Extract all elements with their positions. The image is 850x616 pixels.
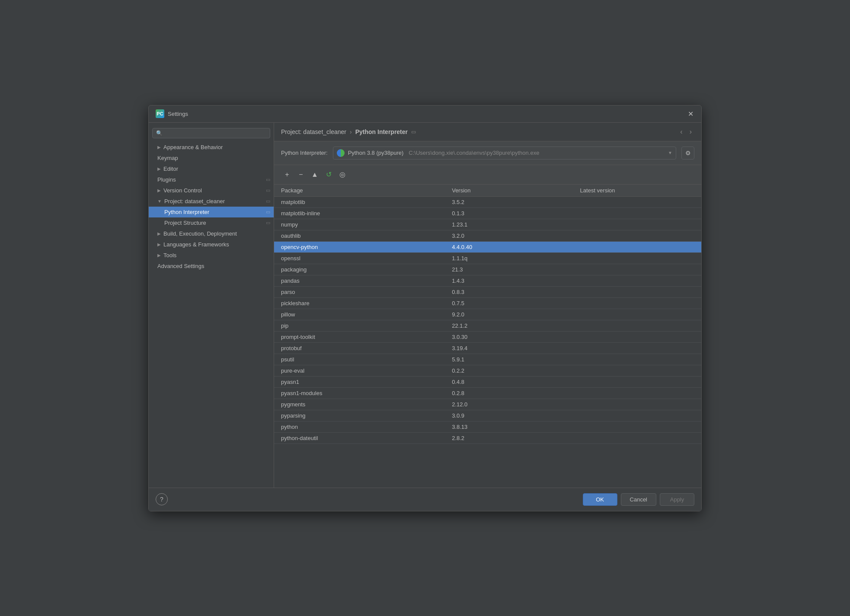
- sidebar-item-label: Project Structure: [164, 220, 206, 226]
- dialog-title: Settings: [168, 111, 188, 117]
- table-row[interactable]: packaging21.3: [274, 264, 701, 275]
- package-version: 0.1.3: [445, 207, 573, 219]
- help-button[interactable]: ?: [156, 493, 168, 505]
- cancel-button[interactable]: Cancel: [621, 493, 656, 506]
- add-package-button[interactable]: +: [281, 169, 293, 181]
- package-name: pyasn1: [274, 376, 445, 387]
- table-row[interactable]: python3.8.13: [274, 421, 701, 432]
- sidebar: ▶ Appearance & Behavior Keymap ▶ Editor …: [149, 123, 274, 488]
- up-button[interactable]: ▲: [309, 169, 321, 181]
- table-row[interactable]: numpy1.23.1: [274, 219, 701, 230]
- nav-back-button[interactable]: ‹: [677, 127, 685, 137]
- table-row[interactable]: pyasn1-modules0.2.8: [274, 387, 701, 399]
- remove-package-button[interactable]: −: [295, 169, 307, 181]
- table-row[interactable]: pyparsing3.0.9: [274, 410, 701, 421]
- sidebar-item-languages[interactable]: ▶ Languages & Frameworks: [149, 239, 274, 250]
- nav-forward-button[interactable]: ›: [687, 127, 694, 137]
- search-input[interactable]: [152, 128, 270, 138]
- footer-right: OK Cancel Apply: [583, 493, 694, 506]
- table-row[interactable]: pure-eval0.2.2: [274, 365, 701, 376]
- page-icon: ▭: [266, 188, 270, 193]
- table-row[interactable]: pyasn10.4.8: [274, 376, 701, 387]
- settings-dialog: PC Settings ✕ ▶ Appearance & Behavior Ke…: [148, 105, 702, 511]
- package-name: pure-eval: [274, 365, 445, 376]
- interpreter-label: Python Interpreter:: [281, 150, 328, 156]
- package-version: 0.2.8: [445, 387, 573, 399]
- table-row[interactable]: opencv-python4.4.0.40: [274, 241, 701, 252]
- package-latest-version: [573, 320, 701, 331]
- table-row[interactable]: oauthlib3.2.0: [274, 230, 701, 241]
- sidebar-item-label: Languages & Frameworks: [163, 241, 229, 248]
- package-latest-version: [573, 331, 701, 342]
- sidebar-item-label: Editor: [163, 166, 178, 172]
- apply-button[interactable]: Apply: [660, 493, 694, 506]
- package-latest-version: [573, 387, 701, 399]
- packages-table: Package Version Latest version matplotli…: [274, 185, 701, 444]
- package-name: python: [274, 421, 445, 432]
- table-row[interactable]: psutil5.9.1: [274, 354, 701, 365]
- package-version: 3.0.30: [445, 331, 573, 342]
- footer-left: ?: [156, 493, 168, 505]
- package-name: protobuf: [274, 342, 445, 354]
- sidebar-item-project-structure[interactable]: Project Structure ▭: [149, 217, 274, 228]
- sidebar-item-keymap[interactable]: Keymap: [149, 153, 274, 163]
- content-area: ▶ Appearance & Behavior Keymap ▶ Editor …: [149, 123, 701, 488]
- sidebar-item-version-control[interactable]: ▶ Version Control ▭: [149, 185, 274, 196]
- col-header-latest[interactable]: Latest version: [573, 185, 701, 197]
- refresh-button[interactable]: ↺: [323, 169, 335, 181]
- table-row[interactable]: pillow9.2.0: [274, 309, 701, 320]
- breadcrumb-separator: ›: [350, 128, 352, 135]
- package-latest-version: [573, 230, 701, 241]
- package-latest-version: [573, 309, 701, 320]
- expand-arrow: ▶: [157, 242, 161, 247]
- interpreter-dropdown[interactable]: Python 3.8 (py38pure) C:\Users\dong.xie\…: [333, 147, 676, 160]
- page-icon: ▭: [266, 209, 270, 215]
- sidebar-item-advanced[interactable]: Advanced Settings: [149, 261, 274, 271]
- sidebar-item-label: Keymap: [157, 155, 178, 161]
- package-version: 5.9.1: [445, 354, 573, 365]
- close-button[interactable]: ✕: [687, 110, 694, 118]
- eye-button[interactable]: ◎: [336, 169, 348, 181]
- sidebar-item-label: Advanced Settings: [157, 263, 204, 269]
- sidebar-item-label: Python Interpreter: [164, 209, 209, 215]
- table-row[interactable]: matplotlib-inline0.1.3: [274, 207, 701, 219]
- table-row[interactable]: openssl1.1.1q: [274, 252, 701, 264]
- package-latest-version: [573, 342, 701, 354]
- col-header-package[interactable]: Package: [274, 185, 445, 197]
- col-header-version[interactable]: Version: [445, 185, 573, 197]
- table-row[interactable]: parso0.8.3: [274, 286, 701, 297]
- sidebar-item-python-interpreter[interactable]: Python Interpreter ▭: [149, 207, 274, 217]
- table-row[interactable]: protobuf3.19.4: [274, 342, 701, 354]
- sidebar-item-appearance[interactable]: ▶ Appearance & Behavior: [149, 142, 274, 153]
- package-name: psutil: [274, 354, 445, 365]
- table-row[interactable]: python-dateutil2.8.2: [274, 432, 701, 444]
- table-row[interactable]: prompt-toolkit3.0.30: [274, 331, 701, 342]
- package-version: 1.4.3: [445, 275, 573, 286]
- sidebar-item-editor[interactable]: ▶ Editor: [149, 163, 274, 174]
- nav-arrows: ‹ ›: [677, 127, 694, 137]
- sidebar-item-build[interactable]: ▶ Build, Execution, Deployment: [149, 228, 274, 239]
- package-latest-version: [573, 432, 701, 444]
- sidebar-item-plugins[interactable]: Plugins ▭: [149, 174, 274, 185]
- sidebar-item-tools[interactable]: ▶ Tools: [149, 250, 274, 261]
- table-row[interactable]: pandas1.4.3: [274, 275, 701, 286]
- package-latest-version: [573, 264, 701, 275]
- package-version: 3.0.9: [445, 410, 573, 421]
- package-name: pandas: [274, 275, 445, 286]
- table-row[interactable]: pygments2.12.0: [274, 399, 701, 410]
- ok-button[interactable]: OK: [583, 493, 617, 506]
- table-row[interactable]: pip22.1.2: [274, 320, 701, 331]
- interpreter-name: Python 3.8 (py38pure): [348, 150, 404, 156]
- package-latest-version: [573, 421, 701, 432]
- package-name: pip: [274, 320, 445, 331]
- table-row[interactable]: pickleshare0.7.5: [274, 297, 701, 309]
- package-name: prompt-toolkit: [274, 331, 445, 342]
- sidebar-item-project[interactable]: ▼ Project: dataset_cleaner ▭: [149, 196, 274, 207]
- package-latest-version: [573, 207, 701, 219]
- refresh-icon: ↺: [326, 170, 332, 179]
- package-latest-version: [573, 286, 701, 297]
- package-version: 0.8.3: [445, 286, 573, 297]
- table-row[interactable]: matplotlib3.5.2: [274, 196, 701, 207]
- interpreter-settings-button[interactable]: ⚙: [681, 147, 694, 160]
- question-mark-icon: ?: [160, 496, 163, 503]
